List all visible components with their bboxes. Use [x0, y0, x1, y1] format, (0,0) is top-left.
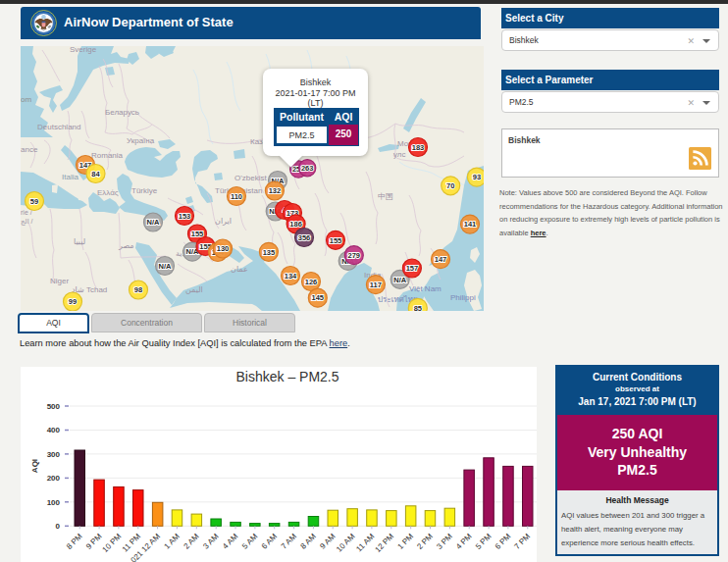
svg-text:6 PM: 6 PM — [494, 532, 513, 551]
svg-text:N/A: N/A — [393, 276, 407, 284]
svg-text:147: 147 — [435, 255, 447, 264]
svg-text:AQI: AQI — [30, 459, 39, 473]
svg-text:85: 85 — [414, 304, 422, 311]
svg-text:153: 153 — [179, 212, 191, 221]
svg-text:98: 98 — [134, 285, 142, 294]
svg-text:6 AM: 6 AM — [260, 532, 279, 550]
svg-text:N/A: N/A — [147, 218, 161, 227]
svg-text:300: 300 — [47, 450, 61, 459]
svg-text:2 PM: 2 PM — [415, 532, 435, 551]
svg-text:Romania: Romania — [91, 151, 124, 160]
svg-text:356: 356 — [298, 233, 311, 242]
svg-text:100: 100 — [47, 498, 61, 507]
svg-text:Philippi: Philippi — [450, 293, 476, 302]
svg-text:8 AM: 8 AM — [299, 532, 318, 550]
svg-text:93: 93 — [473, 173, 481, 181]
svg-text:N/A: N/A — [159, 262, 173, 271]
svg-text:126: 126 — [305, 278, 318, 286]
svg-text:Bishkek – PM2.5: Bishkek – PM2.5 — [235, 369, 338, 384]
svg-text:135: 135 — [263, 248, 276, 257]
svg-text:1 PM: 1 PM — [396, 532, 416, 551]
svg-text:7 PM: 7 PM — [513, 532, 533, 551]
svg-text:عمان: عمان — [231, 265, 248, 274]
svg-text:4 AM: 4 AM — [221, 532, 239, 550]
svg-text:3 AM: 3 AM — [201, 532, 220, 550]
svg-text:10 AM: 10 AM — [335, 532, 357, 554]
svg-text:99: 99 — [69, 297, 77, 306]
svg-text:145: 145 — [312, 293, 325, 302]
svg-text:4 PM: 4 PM — [454, 532, 474, 551]
svg-text:200: 200 — [47, 474, 61, 483]
svg-text:141: 141 — [464, 220, 477, 229]
svg-text:الج /: الج / — [21, 218, 33, 226]
svg-text:Sverige: Sverige — [70, 46, 97, 54]
svg-text:11 AM: 11 AM — [354, 532, 376, 553]
svg-text:59: 59 — [30, 197, 38, 206]
svg-text:улс: улс — [393, 150, 406, 159]
svg-text:3 PM: 3 PM — [435, 532, 454, 551]
svg-text:400: 400 — [47, 426, 61, 434]
svg-text:10 PM: 10 PM — [101, 532, 124, 554]
svg-text:279: 279 — [348, 251, 361, 260]
svg-text:500: 500 — [47, 402, 61, 411]
svg-text:183: 183 — [412, 143, 425, 152]
svg-text:130: 130 — [217, 244, 230, 253]
svg-text:186: 186 — [289, 220, 302, 229]
svg-text:7 AM: 7 AM — [280, 532, 298, 550]
svg-text:O'zbekist: O'zbekist — [234, 174, 267, 182]
svg-text:Việt Nam: Việt Nam — [409, 284, 442, 293]
svg-text:Türkiye: Türkiye — [131, 186, 158, 195]
svg-text:117: 117 — [370, 281, 382, 289]
svg-text:ايران: ايران — [215, 217, 232, 226]
svg-text:110: 110 — [231, 192, 242, 201]
svg-text:132: 132 — [269, 186, 282, 195]
svg-text:263: 263 — [301, 164, 314, 173]
svg-text:70: 70 — [446, 181, 454, 190]
svg-text:Niger: Niger — [50, 277, 69, 285]
svg-text:157: 157 — [406, 264, 419, 273]
svg-text:2 AM: 2 AM — [182, 532, 200, 550]
svg-text:ليبيا: ليبيا — [74, 237, 85, 246]
svg-text:Ελλάς: Ελλάς — [97, 188, 119, 197]
svg-text:中国: 中国 — [378, 192, 393, 201]
svg-text:Україна: Україна — [127, 136, 155, 145]
svg-text:8 PM: 8 PM — [65, 532, 84, 551]
svg-text:5 PM: 5 PM — [474, 532, 494, 551]
svg-text:84: 84 — [91, 170, 100, 179]
svg-text:Беларусь: Беларусь — [105, 108, 139, 117]
svg-text:اليمن: اليمن — [185, 285, 203, 294]
svg-text:om: om — [21, 95, 31, 104]
svg-text:12 PM: 12 PM — [373, 532, 395, 554]
svg-text:ance: ance — [21, 145, 38, 154]
svg-text:155: 155 — [330, 236, 342, 245]
svg-text:134: 134 — [285, 272, 297, 281]
svg-text:5 AM: 5 AM — [240, 532, 259, 550]
svg-text:0: 0 — [56, 522, 61, 531]
svg-text:Italia: Italia — [62, 173, 78, 181]
svg-text:مصر: مصر — [118, 241, 134, 250]
svg-text:1 AM: 1 AM — [163, 532, 182, 550]
svg-text:Deutschland: Deutschland — [37, 123, 80, 131]
